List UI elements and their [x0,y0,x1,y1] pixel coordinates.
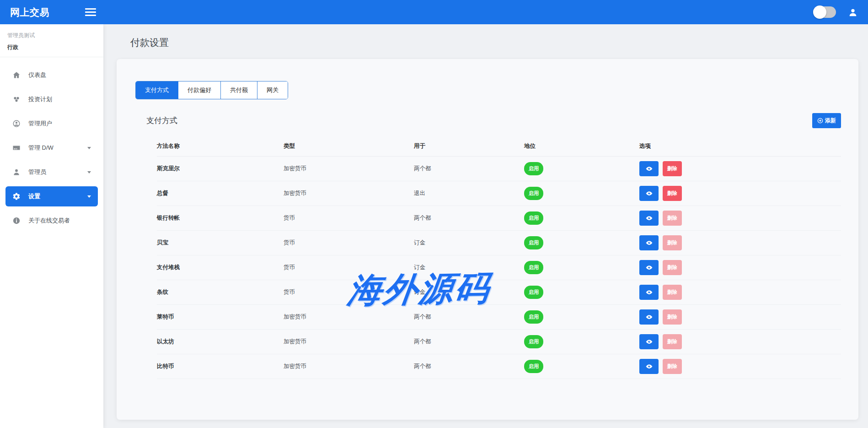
page-title: 付款设置 [130,36,868,49]
delete-button[interactable]: 删除 [663,186,682,201]
delete-button[interactable]: 删除 [663,309,682,325]
toggle-knob [813,5,826,19]
table-row: 条纹 货币 订金 启用 删除 [157,280,841,305]
table-row: 贝宝 货币 订金 启用 删除 [157,231,841,255]
delete-button[interactable]: 删除 [663,161,682,176]
view-button[interactable] [639,285,659,300]
sidebar-nav: 仪表盘 投资计划 管理用户 管理 D/W 管理员 设置 关于在线交易者 [0,57,103,235]
sidebar-item-label: 管理员 [28,168,46,176]
column-header: 选项 [639,142,841,150]
cell-used-for: 订金 [414,239,524,247]
cell-used-for: 两个都 [414,165,524,173]
column-header: 方法名称 [157,142,284,150]
cell-type: 货币 [284,288,414,296]
status-badge: 启用 [524,335,543,348]
sidebar-item-investment-plans[interactable]: 投资计划 [5,89,98,109]
sidebar-item-label: 关于在线交易者 [28,217,70,225]
sidebar-item-label: 设置 [28,192,40,200]
view-button[interactable] [639,211,659,226]
delete-button[interactable]: 删除 [663,260,682,275]
sidebar-item-manage-users[interactable]: 管理用户 [5,114,98,134]
cell-method-name: 比特币 [157,363,284,370]
settings-card: 支付方式付款偏好共付额网关 支付方式 添新 方法名称类型用于地位选项 斯克里尔 … [117,59,858,420]
cell-used-for: 两个都 [414,214,524,222]
theme-toggle[interactable] [813,6,836,18]
tab-payment-preferences[interactable]: 付款偏好 [178,81,221,99]
status-badge: 启用 [524,211,543,225]
delete-button[interactable]: 删除 [663,211,682,226]
cell-method-name: 贝宝 [157,239,284,247]
profile-icon[interactable] [848,7,858,17]
view-button[interactable] [639,260,659,275]
cell-type: 加密货币 [284,363,414,370]
sidebar-item-about[interactable]: 关于在线交易者 [5,211,98,231]
sidebar-item-settings[interactable]: 设置 [5,186,98,206]
sidebar-item-admins[interactable]: 管理员 [5,162,98,182]
column-header: 类型 [284,142,414,150]
status-badge: 启用 [524,187,543,200]
delete-button[interactable]: 删除 [663,359,682,374]
eye-icon [646,190,653,197]
card-icon [12,144,21,152]
eye-icon [646,363,653,370]
eye-icon [646,215,653,222]
tab-payment-methods[interactable]: 支付方式 [136,81,178,99]
cell-used-for: 退出 [414,190,524,197]
cell-used-for: 订金 [414,264,524,271]
view-button[interactable] [639,359,659,374]
delete-button[interactable]: 删除 [663,235,682,250]
sidebar-item-dashboard[interactable]: 仪表盘 [5,65,98,85]
eye-icon [646,314,653,320]
view-button[interactable] [639,334,659,349]
tab-copayments[interactable]: 共付额 [221,81,257,99]
cell-used-for: 订金 [414,288,524,296]
view-button[interactable] [639,186,659,201]
cell-type: 加密货币 [284,190,414,197]
status-badge: 启用 [524,310,543,324]
payment-methods-table: 方法名称类型用于地位选项 斯克里尔 加密货币 两个都 启用 删除 总督 加密货币… [157,136,841,379]
chevron-down-icon [87,171,91,173]
add-new-button[interactable]: 添新 [812,113,841,128]
cell-method-name: 支付堆栈 [157,264,284,271]
cell-method-name: 斯克里尔 [157,165,284,173]
status-badge: 启用 [524,162,543,175]
table-row: 银行转帐 货币 两个都 启用 删除 [157,206,841,231]
cell-used-for: 两个都 [414,313,524,321]
view-button[interactable] [639,161,659,176]
sidebar-item-label: 投资计划 [28,95,52,103]
column-header: 用于 [414,142,524,150]
table-row: 总督 加密货币 退出 启用 删除 [157,181,841,206]
menu-icon[interactable] [85,8,96,16]
eye-icon [646,264,653,271]
person-icon [12,168,21,176]
table-row: 比特币 加密货币 两个都 启用 删除 [157,354,841,379]
status-badge: 启用 [524,236,543,249]
sidebar-user-block: 管理员测试 行政 [0,24,103,57]
cell-type: 货币 [284,214,414,222]
sidebar-item-manage-dw[interactable]: 管理 D/W [5,138,98,158]
sidebar-item-label: 管理 D/W [28,144,54,152]
delete-button[interactable]: 删除 [663,334,682,349]
tab-bar: 支付方式付款偏好共付额网关 [135,81,288,99]
cell-used-for: 两个都 [414,363,524,370]
view-button[interactable] [639,235,659,250]
top-header: 网上交易 [0,0,868,24]
eye-icon [646,165,653,172]
user-name: 管理员测试 [7,32,96,39]
plus-circle-icon [817,118,823,124]
status-badge: 启用 [524,286,543,299]
view-button[interactable] [639,309,659,325]
cell-used-for: 两个都 [414,338,524,346]
cell-type: 加密货币 [284,313,414,321]
table-row: 斯克里尔 加密货币 两个都 启用 删除 [157,157,841,181]
app-title: 网上交易 [10,6,49,19]
delete-button[interactable]: 删除 [663,285,682,300]
eye-icon [646,289,653,296]
info-icon [12,217,21,225]
tab-gateways[interactable]: 网关 [257,81,288,99]
cell-method-name: 总督 [157,190,284,197]
section-title: 支付方式 [146,115,177,126]
chevron-down-icon [87,147,91,149]
status-badge: 启用 [524,360,543,373]
table-row: 以太坊 加密货币 两个都 启用 删除 [157,330,841,354]
